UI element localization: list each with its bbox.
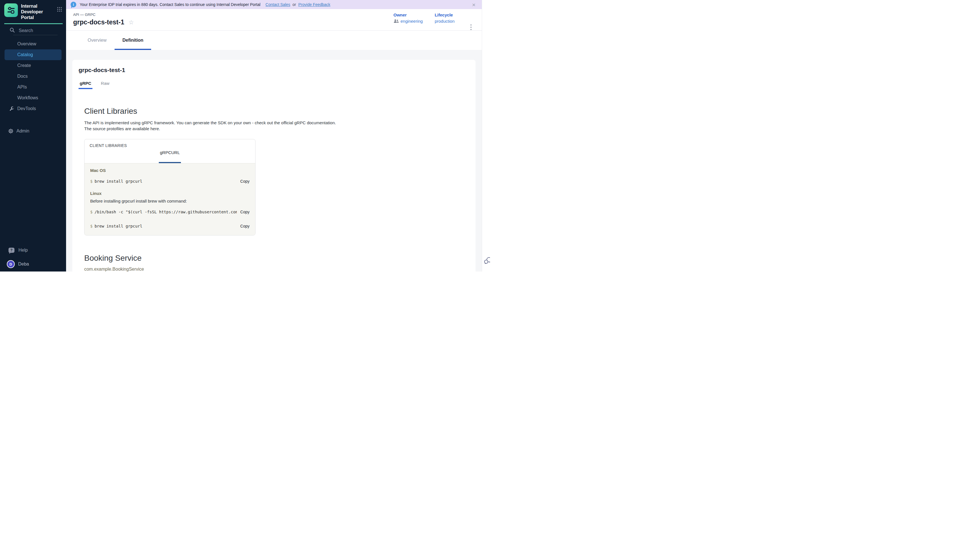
kebab-menu-icon[interactable] xyxy=(471,24,472,30)
grpc-panel: Client Libraries The API is implemented … xyxy=(78,107,469,272)
sidebar: Internal Developer Portal Search Overvi xyxy=(0,0,66,272)
code-text: brew install grpcurl xyxy=(94,224,237,228)
code-row-brew-install-script: $ /bin/bash -c "$(curl -fsSL https://raw… xyxy=(90,210,250,214)
owner-team: engineering xyxy=(401,19,423,24)
owner-label: Owner xyxy=(394,13,423,17)
people-icon xyxy=(394,19,399,23)
tab-indicator xyxy=(159,162,181,163)
client-libraries-description: The API is implemented using gRPC framew… xyxy=(84,120,469,132)
copy-button[interactable]: Copy xyxy=(240,224,250,228)
tab-overview[interactable]: Overview xyxy=(80,31,115,50)
wrench-icon xyxy=(10,107,14,111)
nav-label: Workflows xyxy=(17,96,38,100)
banner-message: Your Enterprise IDP trial expires in 880… xyxy=(80,2,260,7)
code-row-linux-grpcurl: $ brew install grpcurl Copy xyxy=(90,224,250,228)
logo-row: Internal Developer Portal xyxy=(0,0,66,21)
client-libraries-panel: CLIENT LIBRARIES gRPCURL Mac OS $ brew i… xyxy=(84,139,256,236)
nav-label: APIs xyxy=(17,84,27,90)
info-icon: i xyxy=(71,2,76,7)
admin-label: Admin xyxy=(16,129,29,134)
owner-block: Owner engineering xyxy=(394,13,423,24)
gear-icon xyxy=(8,129,13,134)
page-title: grpc-docs-test-1 xyxy=(73,18,124,26)
main-content: i Your Enterprise IDP trial expires in 8… xyxy=(66,0,482,272)
sidebar-nav: Overview Catalog Create Docs APIs Workfl… xyxy=(0,35,66,114)
sidebar-item-admin[interactable]: Admin xyxy=(0,126,66,137)
tab-grpc[interactable]: gRPC xyxy=(80,81,91,89)
tab-grpcurl[interactable]: gRPCURL xyxy=(84,150,255,155)
booking-service-section: Booking Service com.example.BookingServi… xyxy=(84,254,469,272)
app-window: Internal Developer Portal Search Overvi xyxy=(0,0,490,272)
lifecycle-block: Lifecycle production xyxy=(435,13,455,24)
nav-label: Create xyxy=(17,63,31,68)
shell-prompt: $ xyxy=(90,210,92,214)
copy-button[interactable]: Copy xyxy=(240,179,250,183)
booking-service-heading: Booking Service xyxy=(84,254,469,263)
avatar: D xyxy=(7,260,15,268)
client-libraries-heading: Client Libraries xyxy=(84,107,469,116)
sidebar-item-docs[interactable]: Docs xyxy=(0,71,66,82)
shell-prompt: $ xyxy=(90,179,92,183)
shell-prompt: $ xyxy=(90,224,92,228)
right-gutter xyxy=(482,0,490,272)
sidebar-item-overview[interactable]: Overview xyxy=(0,38,66,49)
idp-logo xyxy=(4,3,18,17)
sidebar-search[interactable]: Search xyxy=(0,26,66,35)
provide-feedback-link[interactable]: Provide Feedback xyxy=(298,2,330,7)
user-name: Deba xyxy=(18,261,29,267)
tab-definition[interactable]: Definition xyxy=(115,31,151,50)
search-icon xyxy=(10,27,15,34)
definition-card: grpc-docs-test-1 gRPC Raw Client Librari… xyxy=(72,60,476,272)
macos-heading: Mac OS xyxy=(90,168,250,173)
entity-tabs: Overview Definition xyxy=(66,31,482,50)
lifecycle-label: Lifecycle xyxy=(435,13,455,17)
service-name: com.example.BookingService xyxy=(84,267,469,272)
nav-label: Overview xyxy=(17,41,36,46)
sidebar-item-create[interactable]: Create xyxy=(0,60,66,71)
close-icon[interactable]: × xyxy=(472,2,476,8)
copy-button[interactable]: Copy xyxy=(240,210,250,214)
nav-label: Catalog xyxy=(17,52,33,57)
format-tabs: gRPC Raw xyxy=(80,81,469,89)
banner-or: or xyxy=(293,2,296,7)
linux-heading: Linux xyxy=(90,191,250,196)
lifecycle-value: production xyxy=(435,19,455,24)
entity-header: API — GRPC grpc-docs-test-1 ☆ Owner xyxy=(66,9,482,31)
app-title: Internal Developer Portal xyxy=(21,3,54,21)
sidebar-item-devtools[interactable]: DevTools xyxy=(0,103,66,114)
entity-meta: Owner engineering Lifecycle xyxy=(394,13,455,24)
user-menu[interactable]: D Deba xyxy=(7,260,29,268)
search-label: Search xyxy=(19,28,33,33)
chat-bubbles-icon[interactable] xyxy=(484,257,490,266)
description-line: The source protofiles are available here… xyxy=(84,126,469,132)
nav-label: Docs xyxy=(17,74,27,79)
description-line: The API is implemented using gRPC framew… xyxy=(84,120,469,126)
client-libraries-panel-header: CLIENT LIBRARIES gRPCURL xyxy=(84,139,255,163)
code-text: /bin/bash -c "$(curl -fsSL https://raw.g… xyxy=(94,210,237,214)
linux-note: Before installing grpcurl install brew w… xyxy=(90,199,250,204)
sidebar-accent-rule xyxy=(4,23,63,24)
owner-value[interactable]: engineering xyxy=(394,19,423,24)
tab-raw[interactable]: Raw xyxy=(101,81,110,89)
help-label: Help xyxy=(18,248,28,253)
nav-label: DevTools xyxy=(17,106,36,111)
trial-banner: i Your Enterprise IDP trial expires in 8… xyxy=(66,0,482,9)
client-libraries-panel-body: Mac OS $ brew install grpcurl Copy Linux… xyxy=(84,163,255,235)
sidebar-item-apis[interactable]: APIs xyxy=(0,82,66,92)
sidebar-item-workflows[interactable]: Workflows xyxy=(0,92,66,103)
sidebar-item-catalog[interactable]: Catalog xyxy=(5,49,62,60)
panel-label: CLIENT LIBRARIES xyxy=(90,143,250,148)
contact-sales-link[interactable]: Contact Sales xyxy=(266,2,290,7)
star-icon[interactable]: ☆ xyxy=(129,19,134,25)
help-chat-icon: ? xyxy=(8,248,14,253)
definition-card-title: grpc-docs-test-1 xyxy=(78,67,469,73)
help-button[interactable]: ? Help xyxy=(8,248,28,253)
definition-tab-content: grpc-docs-test-1 gRPC Raw Client Librari… xyxy=(66,50,482,272)
code-text: brew install grpcurl xyxy=(94,179,237,183)
code-row-macos: $ brew install grpcurl Copy xyxy=(90,179,250,183)
apps-grid-icon[interactable] xyxy=(57,7,62,13)
